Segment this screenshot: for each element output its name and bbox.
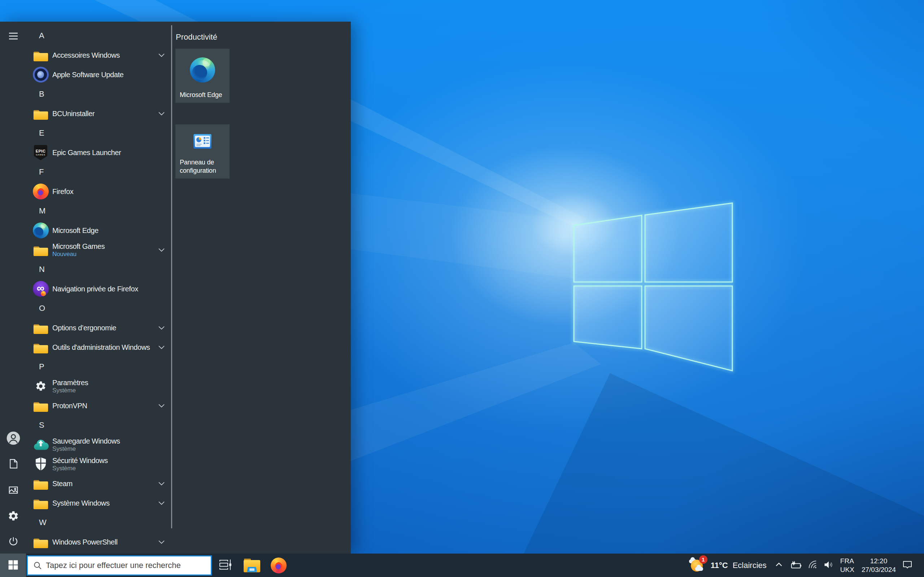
- app-list-item[interactable]: Apple Software Update: [32, 65, 171, 84]
- battery-plugged-icon: [789, 560, 802, 571]
- control-panel-icon: [175, 124, 229, 158]
- app-list-section-letter[interactable]: W: [32, 513, 171, 532]
- task-view-button[interactable]: [212, 554, 239, 577]
- folder-icon: [32, 320, 49, 336]
- firefox-taskbar-button[interactable]: [265, 554, 292, 577]
- app-label: ProtonVPN: [52, 401, 87, 410]
- app-list-section-letter[interactable]: S: [32, 416, 171, 435]
- app-list-section-letter[interactable]: E: [32, 123, 171, 143]
- keyboard-layout: UKX: [840, 566, 855, 574]
- tile-label: Microsoft Edge: [175, 91, 229, 103]
- app-label: Epic Games Launcher: [52, 148, 121, 157]
- action-center-button[interactable]: [900, 554, 915, 577]
- chevron-down-icon: [158, 403, 165, 409]
- weather-widget[interactable]: 1 11°C Eclaircies: [684, 554, 772, 577]
- app-list-item[interactable]: ParamètresSystème: [32, 377, 171, 396]
- app-list-scrollbar[interactable]: [171, 25, 172, 528]
- folder-icon: [32, 495, 49, 511]
- language-code: FRA: [840, 557, 854, 566]
- app-list-item[interactable]: Microsoft GamesNouveau: [32, 240, 171, 259]
- app-label: Navigation privée de Firefox: [52, 285, 138, 293]
- app-list-item[interactable]: Outils d'administration Windows: [32, 338, 171, 357]
- tray-overflow-button[interactable]: [772, 554, 786, 577]
- app-list-item[interactable]: Steam: [32, 474, 171, 493]
- app-label: Windows PowerShell: [52, 538, 118, 546]
- search-input[interactable]: [46, 561, 211, 570]
- app-label: Firefox: [52, 187, 73, 196]
- hamburger-icon: [8, 30, 19, 43]
- edge-icon: [175, 49, 229, 91]
- app-list-item[interactable]: Firefox: [32, 182, 171, 201]
- user-account-button[interactable]: [5, 430, 22, 447]
- chevron-up-icon: [774, 560, 783, 571]
- app-list-item[interactable]: Sauvegarde WindowsSystème: [32, 435, 171, 455]
- weather-temperature: 11°C: [711, 561, 728, 570]
- app-label: Outils d'administration Windows: [52, 343, 150, 351]
- pictures-button[interactable]: [5, 482, 22, 499]
- start-tile[interactable]: Panneau de configuration: [175, 124, 229, 179]
- chevron-down-icon: [158, 324, 165, 331]
- chevron-down-icon: [158, 539, 165, 545]
- folder-icon: [32, 398, 49, 414]
- app-label: Système Windows: [52, 499, 110, 508]
- app-label: Options d’ergonomie: [52, 324, 116, 332]
- file-explorer-button[interactable]: [239, 554, 265, 577]
- search-icon: [33, 561, 42, 570]
- app-sublabel: Système: [52, 465, 108, 472]
- taskbar: 1 11°C Eclaircies FRA UKX: [0, 554, 924, 577]
- taskbar-empty-area: [292, 554, 684, 577]
- action-center-icon: [902, 559, 913, 571]
- settings-button[interactable]: [5, 508, 22, 525]
- app-list-section-letter[interactable]: F: [32, 162, 171, 182]
- app-list-section-letter[interactable]: P: [32, 357, 171, 377]
- edge-icon: [32, 222, 49, 239]
- hamburger-menu-button[interactable]: [5, 28, 22, 45]
- app-label: Microsoft Edge: [52, 226, 99, 235]
- app-list-item[interactable]: Système Windows: [32, 493, 171, 513]
- folder-icon: [32, 475, 49, 492]
- apple-update-icon: [32, 67, 49, 83]
- pictures-icon: [8, 485, 19, 496]
- taskbar-search: [27, 555, 212, 575]
- app-list-section-letter[interactable]: O: [32, 298, 171, 318]
- app-list-item[interactable]: BCUninstaller: [32, 104, 171, 123]
- folder-icon: [32, 106, 49, 122]
- firefox-icon: [271, 558, 287, 574]
- power-button[interactable]: [5, 533, 22, 550]
- app-list-item[interactable]: Windows PowerShell: [32, 532, 171, 552]
- app-label: Microsoft Games: [52, 242, 105, 251]
- chevron-down-icon: [158, 52, 165, 58]
- folder-icon: [32, 534, 49, 550]
- task-view-icon: [218, 558, 233, 572]
- app-list-section-letter[interactable]: A: [32, 26, 171, 45]
- start-button[interactable]: [0, 554, 26, 577]
- firefox-icon: [32, 184, 49, 200]
- file-explorer-icon: [244, 559, 260, 572]
- start-tile[interactable]: Microsoft Edge: [175, 49, 229, 103]
- app-list-item[interactable]: Options d’ergonomie: [32, 318, 171, 338]
- clock[interactable]: 12:20 27/03/2024: [858, 554, 900, 577]
- app-list-item[interactable]: EPICGAMESEpic Games Launcher: [32, 143, 171, 162]
- app-list-section-letter[interactable]: M: [32, 201, 171, 221]
- app-list-item[interactable]: ProtonVPN: [32, 396, 171, 416]
- epic-icon: EPICGAMES: [32, 145, 49, 161]
- language-indicator[interactable]: FRA UKX: [837, 554, 858, 577]
- desktop: AAccessoires WindowsApple Software Updat…: [0, 0, 924, 577]
- app-list-item[interactable]: Sécurité WindowsSystème: [32, 455, 171, 474]
- gear-icon: [8, 510, 19, 523]
- app-list-item[interactable]: ∞Navigation privée de Firefox: [32, 279, 171, 298]
- app-list-section-letter[interactable]: N: [32, 259, 171, 279]
- folder-icon: [32, 339, 49, 356]
- app-list-item[interactable]: Accessoires Windows: [32, 45, 171, 65]
- network-button[interactable]: [805, 554, 821, 577]
- app-list-section-letter[interactable]: B: [32, 84, 171, 104]
- battery-button[interactable]: [786, 554, 805, 577]
- documents-button[interactable]: [5, 456, 22, 473]
- app-sublabel: Nouveau: [52, 251, 105, 258]
- chevron-down-icon: [158, 500, 165, 506]
- system-tray: 1 11°C Eclaircies FRA UKX: [684, 554, 924, 577]
- weather-badge: 1: [699, 555, 708, 564]
- app-list-item[interactable]: Microsoft Edge: [32, 221, 171, 240]
- volume-button[interactable]: [821, 554, 837, 577]
- speaker-icon: [823, 559, 834, 571]
